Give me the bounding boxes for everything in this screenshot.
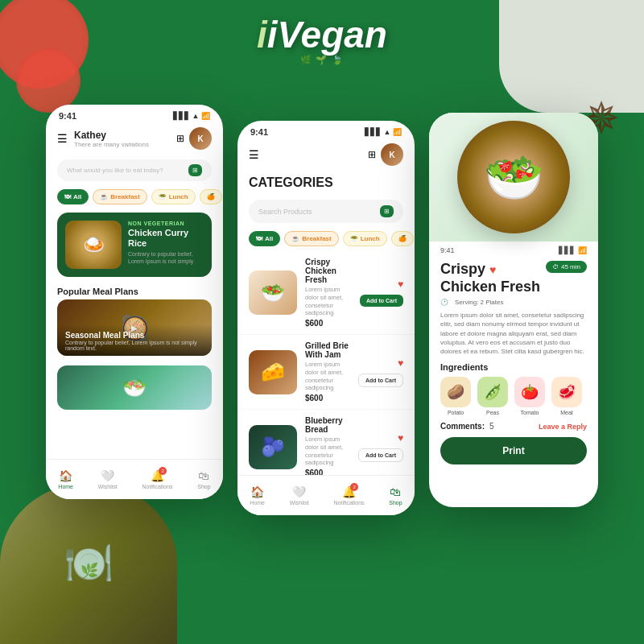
featured-card[interactable]: 🍛 NON VEGETERIAN Chicken Curry Rice Cont…: [57, 213, 212, 277]
time-badge: ⏱ 45 min: [546, 261, 587, 273]
food-item-1: 🥗 Crispy Chicken Fresh Lorem ipsum dolor…: [237, 251, 415, 335]
food-image-1: 🥗: [249, 270, 297, 315]
nav-home[interactable]: 🏠 Home: [58, 469, 73, 489]
ingredient-meat: 🥩 Meat: [551, 377, 582, 415]
ingredient-image-tomato: 🍅: [514, 377, 545, 407]
featured-tag: NON VEGETERIAN: [128, 221, 204, 226]
phone2-search-bar[interactable]: Search Products ⊞: [249, 200, 403, 223]
food-image-2: 🧀: [249, 350, 297, 394]
food-name-3: Blueberry Bread: [305, 416, 350, 434]
tomato-decoration: [0, 0, 89, 89]
phone3-status-bar: 9:41 ▋▋▋ 📶: [429, 242, 598, 258]
featured-food-image: 🍛: [65, 221, 122, 269]
food-desc-2: Lorem ipsum dolor sit amet, consetetur s…: [305, 361, 350, 392]
phone2-filter-icon[interactable]: ⊞: [368, 149, 376, 160]
ingredient-image-peas: 🫛: [477, 377, 508, 407]
add-to-cart-btn-1[interactable]: Add to Cart: [360, 295, 403, 307]
dish-title-line2: Chicken Fresh: [440, 279, 540, 296]
add-to-cart-btn-2[interactable]: Add to Cart: [358, 374, 403, 387]
ingredients-list: 🥔 Potato 🫛 Peas 🍅 Tomato 🥩 Meat: [440, 377, 587, 415]
clock-icon: 🕐: [440, 299, 448, 306]
phone2-notification-badge: 2: [350, 483, 358, 491]
add-to-cart-btn-3[interactable]: Add to Cart: [358, 448, 403, 462]
ingredient-potato: 🥔 Potato: [440, 377, 471, 415]
wishlist-icon-2[interactable]: ♥: [398, 357, 403, 369]
filter-icon[interactable]: ⊞: [176, 133, 184, 144]
phone2-hamburger-icon[interactable]: ☰: [249, 148, 259, 161]
meal-plan-overlay-1: Seasonal Meal Plans Contrary to popular …: [57, 324, 212, 356]
phone3-time: 9:41: [440, 246, 455, 254]
ingredient-image-meat: 🥩: [551, 377, 582, 407]
phone2-search-placeholder: Search Products: [258, 208, 312, 216]
user-avatar[interactable]: K: [189, 127, 212, 150]
tab-more[interactable]: 🍊: [200, 189, 222, 204]
serving-info: Serving: 2 Plates: [455, 299, 503, 306]
phone1-status-icons: ▋▋▋ ▲ 📶: [173, 112, 210, 120]
phone2-nav-home[interactable]: 🏠 Home: [250, 485, 265, 506]
comments-label: Comments:: [440, 422, 485, 431]
food-price-2: $600: [305, 394, 350, 402]
phone-1: 9:41 ▋▋▋ ▲ 📶 ☰ Kathey There are many var…: [46, 105, 223, 499]
phone2-header-icons: ⊞ K: [368, 143, 403, 166]
filter-button[interactable]: ⊞: [188, 164, 202, 176]
ingredient-name-potato: Potato: [448, 410, 464, 415]
phone2-time: 9:41: [250, 127, 268, 137]
print-button[interactable]: Print: [440, 437, 587, 464]
phone3-content: Crispy ♥ Chicken Fresh ⏱ 45 min 🕐 Servin…: [429, 258, 598, 468]
food-name-1: Crispy Chicken Fresh: [305, 258, 352, 284]
food-image-3: 🫐: [249, 425, 297, 469]
tomato-slice-decoration: [16, 48, 80, 113]
food-actions-2: ♥ Add to Cart: [358, 357, 403, 387]
food-details-1: Crispy Chicken Fresh Lorem ipsum dolor s…: [305, 258, 352, 328]
tab-breakfast[interactable]: ☕Breakfast: [93, 189, 147, 204]
play-button-2[interactable]: ▶: [126, 380, 142, 396]
nav-notifications[interactable]: 🔔 2 Notifications: [142, 469, 172, 489]
food-details-3: Blueberry Bread Lorem ipsum dolor sit am…: [305, 416, 350, 477]
phone2-avatar[interactable]: K: [381, 143, 403, 166]
phone3-hero: 🥗: [429, 113, 598, 242]
dish-description: Lorem ipsum dolor sit amet, consetetur s…: [440, 311, 587, 356]
meal-plan-card-1[interactable]: 🥘 ▶ Seasonal Meal Plans Contrary to popu…: [57, 299, 212, 356]
tab-lunch[interactable]: 🥗Lunch: [151, 189, 196, 204]
nav-wishlist[interactable]: 🤍 Wishlist: [98, 469, 118, 489]
phone1-search-bar[interactable]: What would you like to eat today? ⊞: [57, 159, 212, 181]
meal-plan-card-2[interactable]: 🥗 ▶: [57, 365, 212, 410]
phone2-nav-notifications[interactable]: 🔔 2 Notifications: [333, 485, 364, 506]
food-item-3: 🫐 Blueberry Bread Lorem ipsum dolor sit …: [237, 410, 415, 485]
nav-shop[interactable]: 🛍 Shop: [197, 469, 210, 489]
app-logo: iiVegan 🌿 🌱 🍃: [257, 16, 387, 65]
phone2-tab-more[interactable]: 🍊: [391, 231, 414, 246]
dish-heart-icon[interactable]: ♥: [489, 263, 496, 276]
meal-plan-title: Seasonal Meal Plans: [65, 331, 204, 340]
phone1-time: 9:41: [59, 111, 76, 121]
phone2-nav-wishlist[interactable]: 🤍 Wishlist: [290, 485, 309, 506]
dish-title-line1: Crispy ♥: [440, 261, 540, 279]
food-name-2: Grilled Brie With Jam: [305, 341, 350, 359]
food-desc-1: Lorem ipsum dolor sit amet, consetetur s…: [305, 286, 352, 317]
hamburger-icon[interactable]: ☰: [57, 132, 68, 145]
phone2-bottom-nav: 🏠 Home 🤍 Wishlist 🔔 2 Notifications 🛍 Sh…: [237, 475, 415, 515]
phone2-tab-breakfast[interactable]: ☕Breakfast: [284, 231, 338, 246]
user-name: Kathey: [74, 130, 149, 141]
comments-section: Comments: 5 Leave a Reply: [440, 422, 587, 431]
ingredient-name-peas: Peas: [486, 410, 499, 415]
phone2-filter-button[interactable]: ⊞: [380, 205, 394, 217]
categories-title: CATEGORIES: [237, 172, 415, 196]
phone1-bottom-nav: 🏠 Home 🤍 Wishlist 🔔 2 Notifications 🛍 Sh…: [46, 459, 223, 499]
food-price-1: $600: [305, 319, 352, 328]
food-item-2: 🧀 Grilled Brie With Jam Lorem ipsum dolo…: [237, 335, 415, 410]
phone2-category-tabs: 🍽All ☕Breakfast 🥗Lunch 🍊: [237, 226, 415, 251]
phone2-tab-all[interactable]: 🍽All: [249, 231, 280, 246]
logo-text: iVegan: [267, 14, 387, 56]
ingredients-title: Ingredients: [440, 362, 587, 372]
phone2-nav-shop[interactable]: 🛍 Shop: [389, 485, 402, 506]
leave-reply-link[interactable]: Leave a Reply: [539, 423, 587, 431]
phone1-category-tabs: 🍽All ☕Breakfast 🥗Lunch 🍊: [46, 184, 223, 209]
tab-all[interactable]: 🍽All: [57, 189, 89, 204]
wishlist-icon-1[interactable]: ♥: [398, 279, 403, 290]
phone2-tab-lunch[interactable]: 🥗Lunch: [343, 231, 387, 246]
featured-description: Contrary to popular belief, Lorem Ipsum …: [128, 250, 204, 265]
phone2-status-icons: ▋▋▋ ▲ 📶: [365, 128, 402, 136]
wishlist-icon-3[interactable]: ♥: [398, 432, 403, 444]
phone-3: 🥗 9:41 ▋▋▋ 📶 Crispy ♥ Chicken Fresh ⏱ 45…: [429, 113, 598, 507]
